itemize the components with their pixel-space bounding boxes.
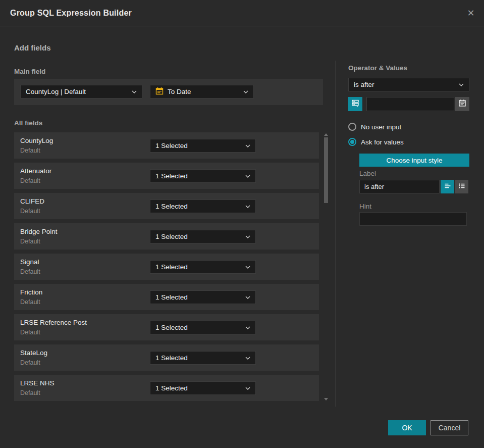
field-name: StateLog <box>20 349 47 357</box>
close-icon[interactable]: ✕ <box>465 7 477 19</box>
field-source: Default <box>20 177 40 184</box>
ok-button[interactable]: OK <box>388 420 426 435</box>
field-selected-dropdown[interactable]: 1 Selected <box>150 381 256 395</box>
field-row: LRSE Reference Post Default 1 Selected <box>14 314 319 340</box>
panel-divider <box>336 61 336 407</box>
field-row: Friction Default 1 Selected <box>14 284 319 310</box>
field-source: Default <box>20 389 40 396</box>
field-selected-value: 1 Selected <box>155 384 188 392</box>
field-selected-dropdown[interactable]: 1 Selected <box>150 230 256 243</box>
field-name: CountyLog <box>20 137 53 144</box>
field-name: LRSE Reference Post <box>20 319 87 326</box>
chevron-down-icon <box>243 90 248 93</box>
chevron-down-icon <box>245 357 250 360</box>
field-selected-value: 1 Selected <box>155 203 188 210</box>
label-field-label: Label <box>359 170 376 177</box>
date-picker-button[interactable] <box>455 97 469 111</box>
calendar-icon <box>458 99 466 109</box>
field-selected-dropdown[interactable]: 1 Selected <box>150 200 256 213</box>
main-field-select[interactable]: CountyLog | Default <box>20 85 142 98</box>
dialog-title: Group SQL Expression Builder <box>10 9 132 18</box>
chevron-down-icon <box>132 90 137 93</box>
radio-circle-icon <box>348 123 356 131</box>
field-selected-value: 1 Selected <box>155 263 188 271</box>
field-selected-dropdown[interactable]: 1 Selected <box>150 169 256 183</box>
field-name: CLIFED <box>20 197 44 205</box>
add-fields-heading: Add fields <box>14 43 51 52</box>
radio-no-user-input[interactable]: No user input <box>348 123 401 131</box>
field-name: Bridge Point <box>20 228 58 235</box>
field-name: Friction <box>20 288 42 296</box>
chevron-down-icon <box>459 83 464 86</box>
field-row: Bridge Point Default 1 Selected <box>14 223 319 250</box>
field-source: Default <box>20 268 40 275</box>
field-selected-dropdown[interactable]: 1 Selected <box>150 321 256 334</box>
field-row: Signal Default 1 Selected <box>14 254 319 280</box>
label-input[interactable] <box>359 180 440 193</box>
operator-select[interactable]: is after <box>348 78 469 91</box>
hint-field-label: Hint <box>359 203 371 210</box>
scroll-up-icon[interactable] <box>324 133 328 136</box>
date-field-select-value: To Date <box>168 88 191 95</box>
field-source: Default <box>20 329 40 336</box>
operator-values-heading: Operator & Values <box>348 64 407 72</box>
chevron-down-icon <box>245 205 250 208</box>
radio-ask-for-values[interactable]: Ask for values <box>348 138 404 146</box>
field-row: Attenuator Default 1 Selected <box>14 163 319 189</box>
date-field-select[interactable]: To Date <box>150 85 254 98</box>
main-field-select-value: CountyLog | Default <box>26 88 86 95</box>
field-selected-value: 1 Selected <box>155 324 188 331</box>
field-row: CLIFED Default 1 Selected <box>14 193 319 219</box>
list-style-button[interactable] <box>455 180 468 193</box>
field-row: CountyLog Default 1 Selected <box>14 132 319 159</box>
scrollbar-thumb[interactable] <box>324 137 328 203</box>
chevron-down-icon <box>245 326 250 329</box>
chevron-down-icon <box>245 296 250 299</box>
field-name: Signal <box>20 258 39 266</box>
operator-select-value: is after <box>354 81 374 88</box>
choose-input-style-button[interactable]: Choose input style <box>359 154 469 167</box>
align-left-icon <box>444 182 452 191</box>
chevron-down-icon <box>245 144 250 147</box>
single-line-style-button[interactable] <box>441 180 454 193</box>
field-selected-value: 1 Selected <box>155 142 188 150</box>
field-row: LRSE NHS Default 1 Selected <box>14 375 319 401</box>
group-sql-expression-builder-dialog: Group SQL Expression Builder ✕ Add field… <box>0 0 484 448</box>
chevron-down-icon <box>245 387 250 390</box>
all-fields-list: CountyLog Default 1 Selected Attenuator … <box>14 132 319 401</box>
field-source: Default <box>20 147 40 154</box>
bulleted-list-icon <box>458 182 466 191</box>
field-source: Default <box>20 359 40 366</box>
stacked-values-icon <box>351 99 359 109</box>
field-source: Default <box>20 238 40 245</box>
list-scrollbar[interactable] <box>324 132 329 402</box>
radio-circle-selected-icon <box>348 138 356 146</box>
chevron-down-icon <box>245 175 250 178</box>
hint-input[interactable] <box>359 212 467 226</box>
field-selected-value: 1 Selected <box>155 354 188 362</box>
field-row: StateLog Default 1 Selected <box>14 344 319 371</box>
field-source: Default <box>20 208 40 215</box>
field-name: Attenuator <box>20 167 51 175</box>
field-selected-value: 1 Selected <box>155 233 188 240</box>
field-name: LRSE NHS <box>20 379 55 387</box>
chevron-down-icon <box>245 266 250 269</box>
scroll-down-icon[interactable] <box>324 398 328 401</box>
date-value-input[interactable] <box>366 97 454 111</box>
field-selected-value: 1 Selected <box>155 172 188 180</box>
field-selected-dropdown[interactable]: 1 Selected <box>150 290 256 304</box>
dialog-titlebar: Group SQL Expression Builder ✕ <box>0 0 484 26</box>
unique-values-button[interactable] <box>348 97 362 111</box>
chevron-down-icon <box>245 235 250 238</box>
radio-ask-for-values-label: Ask for values <box>361 138 404 146</box>
cancel-button[interactable]: Cancel <box>431 420 468 435</box>
field-selected-value: 1 Selected <box>155 293 188 301</box>
main-field-label: Main field <box>14 68 45 75</box>
field-selected-dropdown[interactable]: 1 Selected <box>150 139 256 153</box>
field-selected-dropdown[interactable]: 1 Selected <box>150 351 256 365</box>
calendar-icon <box>155 87 164 96</box>
field-selected-dropdown[interactable]: 1 Selected <box>150 260 256 274</box>
main-field-panel: CountyLog | Default To Date <box>14 79 323 105</box>
radio-no-user-input-label: No user input <box>361 123 401 131</box>
field-source: Default <box>20 298 40 306</box>
